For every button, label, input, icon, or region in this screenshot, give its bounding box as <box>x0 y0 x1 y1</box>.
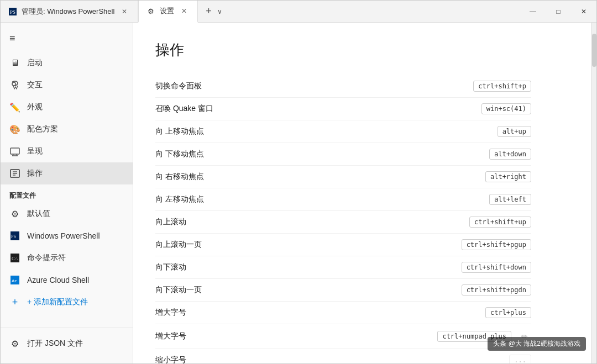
keybind-area: alt+left <box>489 194 531 205</box>
azure-icon: Az <box>9 275 20 286</box>
sidebar-item-azure[interactable]: Az Azure Cloud Shell <box>1 269 133 291</box>
page-title: 操作 <box>155 40 569 60</box>
sidebar-bottom: ⚙ 打开 JSON 文件 <box>1 328 133 359</box>
defaults-icon: ⚙ <box>9 208 20 219</box>
tab-powershell-close[interactable]: ✕ <box>119 6 130 17</box>
keybind-badge[interactable]: alt+up <box>498 126 531 137</box>
keybind-badge[interactable]: win+sc(41) <box>481 103 531 114</box>
keybind-area: ctrl+shift+up <box>469 217 531 228</box>
keybind-badge[interactable]: alt+right <box>485 171 531 182</box>
maximize-button[interactable]: □ <box>546 1 571 22</box>
actions-table: 切换命令面板 ctrl+shift+p 召唤 Quake 窗口 win+sc(4… <box>155 75 531 363</box>
sidebar-item-cmd[interactable]: C:\ 命令提示符 <box>1 247 133 269</box>
keybind-badge[interactable]: ctrl+shift+up <box>469 217 531 228</box>
keybind-area: ctrl+plus <box>485 307 531 318</box>
keybind-area: alt+right <box>485 171 531 182</box>
sidebar-item-defaults[interactable]: ⚙ 默认值 <box>1 203 133 225</box>
scrollbar-thumb[interactable] <box>592 34 596 67</box>
svg-text:C:\: C:\ <box>12 256 18 261</box>
edit-keybind-icon[interactable]: ✏ <box>518 330 531 343</box>
powershell-profile-icon: PS <box>9 230 20 241</box>
new-tab-area: + ∨ <box>198 1 228 22</box>
keybind-badge[interactable]: ... <box>509 355 531 363</box>
sidebar-item-interaction[interactable]: 交互 <box>1 74 133 96</box>
appearance-icon: ✏️ <box>9 102 20 113</box>
sidebar-item-appearance[interactable]: ✏️ 外观 <box>1 96 133 118</box>
azure-label: Azure Cloud Shell <box>27 276 89 284</box>
action-label: 向下滚动一页 <box>155 285 462 295</box>
json-label: 打开 JSON 文件 <box>27 339 83 349</box>
action-label: 向 左移动焦点 <box>155 194 489 204</box>
keybind-badge[interactable]: ctrl+shift+pgup <box>462 239 531 250</box>
colorscheme-label: 配色方案 <box>27 124 58 134</box>
action-label: 召唤 Quake 窗口 <box>155 104 481 114</box>
window: PS 管理员: Windows PowerShell ✕ ⚙ 设置 ✕ + ∨ … <box>0 0 597 364</box>
sidebar-item-rendering[interactable]: 呈现 <box>1 140 133 162</box>
tab-settings[interactable]: ⚙ 设置 ✕ <box>138 1 198 23</box>
cmd-icon: C:\ <box>9 252 20 263</box>
startup-icon: 🖥 <box>9 57 20 68</box>
add-profile-label: + 添加新配置文件 <box>27 297 88 307</box>
table-row: 切换命令面板 ctrl+shift+p <box>155 75 531 98</box>
settings-tab-icon: ⚙ <box>146 7 155 15</box>
table-row: 向下滚动一页 ctrl+shift+pgdn <box>155 279 531 302</box>
svg-text:Az: Az <box>12 278 17 283</box>
svg-text:PS: PS <box>11 234 16 239</box>
sidebar-item-colorscheme[interactable]: 🎨 配色方案 <box>1 118 133 140</box>
keybind-badge[interactable]: ctrl+shift+pgdn <box>462 284 531 296</box>
keybind-area: ctrl+shift+p <box>473 81 531 92</box>
svg-text:PS: PS <box>10 9 15 15</box>
keybind-area: ctrl+numpad_plus ✏ <box>437 330 531 343</box>
keybind-badge[interactable]: alt+down <box>489 149 531 160</box>
tab-powershell-label: 管理员: Windows PowerShell <box>22 7 114 17</box>
new-tab-plus[interactable]: + <box>203 6 214 17</box>
hamburger-button[interactable]: ≡ <box>1 27 133 52</box>
table-row: 向 左移动焦点 alt+left <box>155 188 531 211</box>
scrollbar[interactable] <box>591 23 596 363</box>
colorscheme-icon: 🎨 <box>9 124 20 135</box>
svg-point-2 <box>12 82 15 86</box>
action-label: 向 下移动焦点 <box>155 149 489 159</box>
tab-settings-close[interactable]: ✕ <box>179 6 190 17</box>
keybind-area: alt+up <box>498 126 531 137</box>
keybind-area: ... <box>509 355 531 363</box>
minimize-button[interactable]: — <box>520 1 546 22</box>
keybind-area: alt+down <box>489 149 531 160</box>
keybind-area: ctrl+shift+pgdn <box>462 284 531 296</box>
table-row: 向 下移动焦点 alt+down <box>155 143 531 166</box>
sidebar-item-actions[interactable]: 操作 <box>1 162 133 184</box>
sidebar-item-startup[interactable]: 🖥 启动 <box>1 52 133 74</box>
tab-area: PS 管理员: Windows PowerShell ✕ ⚙ 设置 ✕ + ∨ <box>1 1 520 22</box>
actions-label: 操作 <box>27 168 43 178</box>
table-row: 向 右移动焦点 alt+right <box>155 166 531 188</box>
powershell-label: Windows PowerShell <box>27 231 100 240</box>
close-button[interactable]: ✕ <box>571 1 596 22</box>
table-row: 缩小字号 ... <box>155 349 531 363</box>
table-row: 召唤 Quake 窗口 win+sc(41) <box>155 98 531 120</box>
table-row: 向下滚动 ctrl+shift+down <box>155 256 531 279</box>
sidebar-item-powershell[interactable]: PS Windows PowerShell <box>1 225 133 247</box>
new-tab-chevron[interactable]: ∨ <box>217 8 222 15</box>
tab-settings-label: 设置 <box>160 6 174 16</box>
keybind-badge[interactable]: ctrl+shift+down <box>462 262 531 273</box>
title-bar: PS 管理员: Windows PowerShell ✕ ⚙ 设置 ✕ + ∨ … <box>1 1 596 23</box>
action-label: 向上滚动 <box>155 217 469 227</box>
keybind-badge[interactable]: ctrl+shift+p <box>473 81 531 92</box>
keybind-badge[interactable]: ctrl+numpad_plus <box>437 331 511 342</box>
keybind-badge[interactable]: alt+left <box>489 194 531 205</box>
keybind-area: ctrl+shift+pgup <box>462 239 531 250</box>
table-row: 向上滚动 ctrl+shift+up <box>155 211 531 234</box>
action-label: 切换命令面板 <box>155 81 473 91</box>
keybind-badge[interactable]: ctrl+plus <box>485 307 531 318</box>
main-content: ≡ 🖥 启动 交互 ✏️ 外观 🎨 <box>1 23 596 363</box>
keybind-area: win+sc(41) <box>481 103 531 114</box>
open-json-button[interactable]: ⚙ 打开 JSON 文件 <box>1 333 133 355</box>
content-section: 操作 切换命令面板 ctrl+shift+p 召唤 Quake 窗口 win+s… <box>133 23 591 363</box>
startup-label: 启动 <box>27 58 43 68</box>
action-label: 向上滚动一页 <box>155 240 462 250</box>
add-profile-button[interactable]: + + 添加新配置文件 <box>1 291 133 313</box>
action-label: 向下滚动 <box>155 262 462 272</box>
table-row: 向上滚动一页 ctrl+shift+pgup <box>155 234 531 256</box>
profiles-section-label: 配置文件 <box>1 184 133 203</box>
tab-powershell[interactable]: PS 管理员: Windows PowerShell ✕ <box>1 1 138 22</box>
